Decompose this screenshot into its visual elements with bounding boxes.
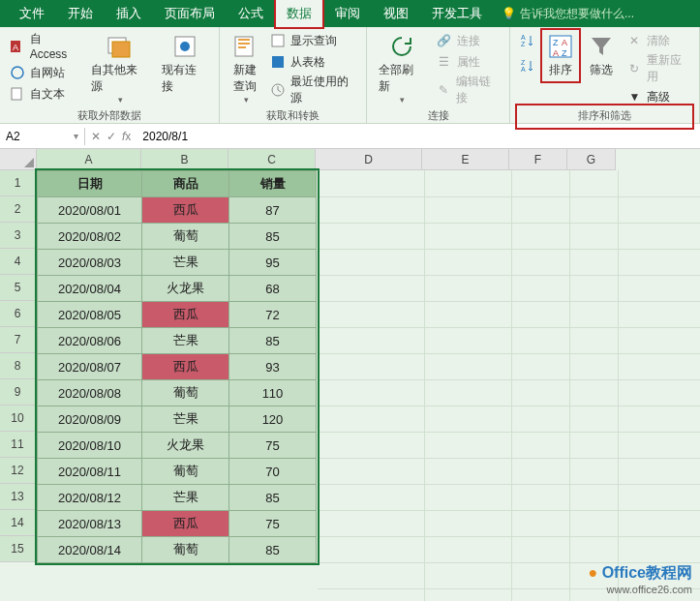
- col-header-G[interactable]: G: [567, 149, 616, 170]
- cell[interactable]: 葡萄: [142, 224, 229, 250]
- cell[interactable]: 2020/08/08: [38, 380, 142, 406]
- from-text-button[interactable]: 自文本: [8, 84, 81, 104]
- refresh-all-button[interactable]: 全部刷新: [375, 31, 428, 106]
- cell[interactable]: 120: [229, 406, 317, 433]
- cell[interactable]: 2020/08/01: [38, 197, 142, 224]
- row-header-6[interactable]: 6: [0, 301, 37, 327]
- cell[interactable]: 2020/08/07: [38, 354, 142, 380]
- cell[interactable]: 芒果: [142, 328, 229, 354]
- cell[interactable]: 西瓜: [142, 354, 229, 380]
- cell[interactable]: 2020/08/10: [38, 433, 142, 459]
- header-cell[interactable]: 销量: [229, 171, 317, 197]
- cell[interactable]: 西瓜: [142, 511, 229, 537]
- cell[interactable]: 2020/08/14: [38, 537, 142, 563]
- column-headers[interactable]: ABCDEFG: [37, 149, 700, 170]
- cell[interactable]: 110: [229, 380, 317, 406]
- row-header-11[interactable]: 11: [0, 432, 37, 458]
- formula-input[interactable]: 2020/8/1: [137, 128, 700, 145]
- col-header-D[interactable]: D: [316, 149, 422, 170]
- from-access-button[interactable]: A 自 Access: [8, 31, 81, 61]
- row-header-12[interactable]: 12: [0, 458, 37, 484]
- tab-审阅[interactable]: 审阅: [323, 0, 372, 28]
- row-header-3[interactable]: 3: [0, 223, 37, 249]
- cell[interactable]: 西瓜: [142, 197, 229, 224]
- row-header-10[interactable]: 10: [0, 406, 37, 432]
- cell[interactable]: 葡萄: [142, 380, 229, 406]
- row-header-1[interactable]: 1: [0, 170, 37, 196]
- header-cell[interactable]: 日期: [38, 171, 142, 197]
- tab-文件[interactable]: 文件: [8, 0, 56, 28]
- row-header-8[interactable]: 8: [0, 353, 37, 379]
- tab-公式[interactable]: 公式: [227, 0, 275, 28]
- cell[interactable]: 2020/08/06: [38, 328, 142, 354]
- new-query-button[interactable]: 新建 查询: [228, 31, 262, 106]
- row-header-5[interactable]: 5: [0, 275, 37, 301]
- cell[interactable]: 2020/08/13: [38, 511, 142, 537]
- cell[interactable]: 87: [229, 197, 317, 224]
- cell[interactable]: 2020/08/09: [38, 406, 142, 433]
- existing-connections-button[interactable]: 现有连接: [158, 31, 211, 97]
- spreadsheet-grid[interactable]: ABCDEFG 123456789101112131415 日期商品销量2020…: [0, 149, 700, 601]
- tab-开发工具[interactable]: 开发工具: [420, 0, 494, 28]
- col-header-B[interactable]: B: [141, 149, 228, 170]
- name-box[interactable]: A2 ▾: [0, 128, 85, 145]
- connections-button[interactable]: 🔗 连接: [435, 31, 502, 50]
- show-queries-button[interactable]: 显示查询: [268, 31, 358, 50]
- cell[interactable]: 75: [229, 433, 317, 459]
- cell[interactable]: 芒果: [142, 485, 229, 511]
- cell[interactable]: 85: [229, 485, 317, 511]
- row-header-9[interactable]: 9: [0, 379, 37, 406]
- fx-icon[interactable]: fx: [122, 130, 131, 143]
- cell[interactable]: 芒果: [142, 250, 229, 276]
- row-header-15[interactable]: 15: [0, 536, 37, 562]
- cell[interactable]: 2020/08/11: [38, 459, 142, 485]
- chevron-down-icon[interactable]: ▾: [74, 131, 78, 141]
- cancel-icon[interactable]: ✕: [91, 130, 101, 143]
- row-header-7[interactable]: 7: [0, 327, 37, 353]
- from-table-button[interactable]: 从表格: [268, 52, 358, 72]
- row-header-4[interactable]: 4: [0, 249, 37, 275]
- enter-icon[interactable]: ✓: [107, 130, 116, 143]
- row-header-14[interactable]: 14: [0, 510, 37, 536]
- cell[interactable]: 93: [229, 354, 317, 380]
- cell[interactable]: 火龙果: [142, 433, 229, 459]
- cell[interactable]: 芒果: [142, 406, 229, 433]
- from-web-button[interactable]: 自网站: [8, 63, 81, 82]
- col-header-A[interactable]: A: [37, 149, 141, 170]
- sort-asc-button[interactable]: AZ: [518, 31, 537, 50]
- row-header-2[interactable]: 2: [0, 196, 37, 223]
- cell[interactable]: 2020/08/05: [38, 302, 142, 328]
- row-headers[interactable]: 123456789101112131415: [0, 170, 37, 562]
- col-header-E[interactable]: E: [422, 149, 509, 170]
- cell[interactable]: 70: [229, 459, 317, 485]
- cell[interactable]: 火龙果: [142, 276, 229, 302]
- tab-插入[interactable]: 插入: [105, 0, 153, 28]
- cell[interactable]: 2020/08/12: [38, 485, 142, 511]
- cell[interactable]: 葡萄: [142, 537, 229, 563]
- cell[interactable]: 西瓜: [142, 302, 229, 328]
- cell[interactable]: 85: [229, 537, 317, 563]
- cells-area[interactable]: 日期商品销量2020/08/01西瓜872020/08/02葡萄852020/0…: [37, 170, 317, 563]
- cell[interactable]: 75: [229, 511, 317, 537]
- cell[interactable]: 95: [229, 250, 317, 276]
- from-other-button[interactable]: 自其他来源: [87, 31, 152, 106]
- empty-grid[interactable]: [318, 170, 700, 601]
- cell[interactable]: 葡萄: [142, 459, 229, 485]
- tab-数据[interactable]: 数据: [275, 0, 323, 28]
- tab-开始[interactable]: 开始: [56, 0, 105, 28]
- col-header-C[interactable]: C: [228, 149, 316, 170]
- cell[interactable]: 2020/08/03: [38, 250, 142, 276]
- header-cell[interactable]: 商品: [142, 171, 229, 197]
- cell[interactable]: 85: [229, 328, 317, 354]
- select-all-triangle[interactable]: [0, 149, 37, 170]
- advanced-filter-button[interactable]: ▼ 高级: [624, 87, 691, 106]
- tab-视图[interactable]: 视图: [372, 0, 420, 28]
- cell[interactable]: 72: [229, 302, 317, 328]
- tell-me-search[interactable]: 💡告诉我您想要做什么...: [502, 6, 634, 22]
- cell[interactable]: 2020/08/02: [38, 224, 142, 250]
- col-header-F[interactable]: F: [509, 149, 567, 170]
- cell[interactable]: 68: [229, 276, 317, 302]
- cell[interactable]: 85: [229, 224, 317, 250]
- sort-desc-button[interactable]: ZA: [518, 56, 537, 75]
- filter-button[interactable]: 筛选: [584, 31, 619, 80]
